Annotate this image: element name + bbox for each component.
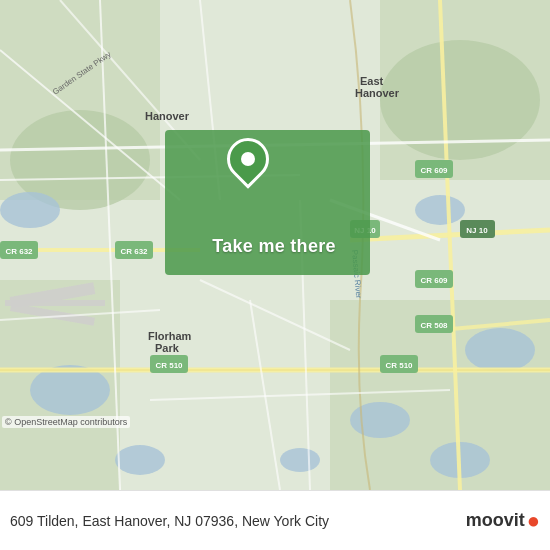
info-bar: 609 Tilden, East Hanover, NJ 07936, New … [0,490,550,550]
svg-point-12 [115,445,165,475]
location-pin [227,138,269,180]
take-me-there-button[interactable]: Take me there [186,229,362,264]
svg-point-9 [465,328,535,372]
svg-text:CR 510: CR 510 [385,361,413,370]
address-text: 609 Tilden, East Hanover, NJ 07936, New … [10,513,466,529]
pin-center [241,152,255,166]
svg-point-11 [350,402,410,438]
svg-text:NJ 10: NJ 10 [466,226,488,235]
map-container: CR 632 CR 632 CR 609 CR 609 CR 508 CR 51… [0,0,550,490]
take-me-there-label: Take me there [212,236,336,257]
svg-text:East: East [360,75,384,87]
svg-text:CR 632: CR 632 [120,247,148,256]
svg-point-8 [415,195,465,225]
svg-rect-17 [5,300,105,306]
svg-text:CR 508: CR 508 [420,321,448,330]
svg-text:Florham: Florham [148,330,192,342]
svg-point-13 [280,448,320,472]
svg-text:CR 632: CR 632 [5,247,33,256]
svg-text:Hanover: Hanover [145,110,190,122]
svg-point-7 [0,192,60,228]
moovit-logo-text: moovit [466,510,525,531]
svg-text:CR 510: CR 510 [155,361,183,370]
svg-text:Hanover: Hanover [355,87,400,99]
svg-text:CR 609: CR 609 [420,166,448,175]
moovit-logo: moovit ● [466,510,540,532]
osm-attribution: © OpenStreetMap contributors [2,416,130,428]
svg-text:CR 609: CR 609 [420,276,448,285]
svg-text:Park: Park [155,342,180,354]
pin-icon [218,129,277,188]
moovit-logo-dot: ● [527,510,540,532]
